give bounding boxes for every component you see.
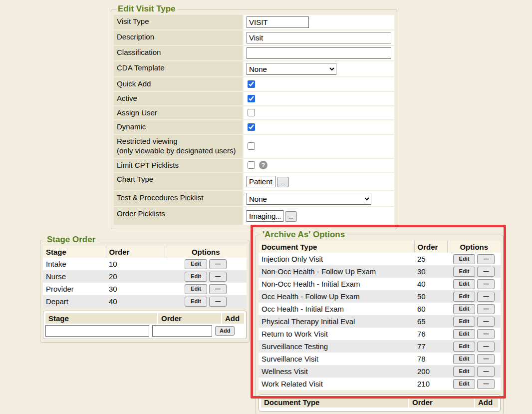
- document-type-cell: Injection Only Visit: [259, 253, 414, 265]
- assign-user-row: Assign User: [114, 106, 394, 120]
- table-row: Nurse 20 Edit—: [43, 270, 247, 283]
- order-cell: 210: [414, 378, 447, 390]
- table-row: Non-Occ Health - Follow Up Exam 30 Edit—: [259, 265, 501, 278]
- document-type-cell: Surveillance Testing: [259, 340, 414, 353]
- order-picklists-label: Order Picklists: [114, 207, 243, 225]
- archive-as-table: Document Type Order Options Injection On…: [259, 241, 501, 390]
- remove-button[interactable]: —: [209, 297, 227, 306]
- assign-user-checkbox[interactable]: [248, 109, 255, 116]
- classification-input[interactable]: [247, 47, 391, 59]
- visit-type-input[interactable]: [247, 16, 309, 28]
- document-type-cell: Occ Health - Follow Up Exam: [259, 290, 414, 303]
- order-cell: 40: [106, 295, 165, 308]
- chart-type-label: Chart Type: [114, 173, 243, 190]
- edit-button[interactable]: Edit: [185, 284, 207, 294]
- stage-cell: Intake: [43, 258, 106, 270]
- edit-button[interactable]: Edit: [453, 342, 476, 351]
- order-cell: 200: [414, 365, 447, 378]
- edit-button[interactable]: Edit: [185, 259, 207, 269]
- order-cell: 76: [414, 328, 447, 340]
- remove-button[interactable]: —: [477, 342, 495, 351]
- remove-button[interactable]: —: [477, 317, 495, 326]
- document-type-cell: Occ Health - Initial Exam: [259, 303, 414, 315]
- order-cell: 65: [414, 315, 447, 328]
- limit-cpt-checkbox[interactable]: [248, 161, 255, 169]
- archive-as-options-title: 'Archive As' Options: [261, 230, 347, 240]
- classification-row: Classification: [114, 46, 394, 60]
- chart-type-browse-button[interactable]: ...: [277, 177, 289, 187]
- description-row: Description: [114, 30, 394, 45]
- archive-as-options-panel: 'Archive As' Options Document Type Order…: [256, 230, 504, 414]
- document-type-cell: Non-Occ Health - Follow Up Exam: [259, 265, 414, 278]
- edit-button[interactable]: Edit: [185, 272, 207, 281]
- order-cell: 25: [414, 253, 447, 265]
- document-type-cell: Surveillance Visit: [259, 353, 414, 365]
- remove-button[interactable]: —: [209, 272, 227, 281]
- remove-button[interactable]: —: [477, 279, 495, 289]
- document-type-cell: Wellness Visit: [259, 365, 414, 378]
- add-stage-header: Stage: [45, 313, 157, 324]
- edit-button[interactable]: Edit: [185, 297, 207, 306]
- limit-cpt-row: Limit CPT Picklists ?: [114, 159, 394, 172]
- order-cell: 77: [414, 340, 447, 353]
- test-procedures-row: Test & Procedures Picklist None: [114, 191, 394, 206]
- add-order-input[interactable]: [152, 325, 212, 337]
- remove-button[interactable]: —: [209, 259, 227, 269]
- stage-cell: Nurse: [43, 270, 106, 283]
- remove-button[interactable]: —: [477, 329, 495, 339]
- quick-add-checkbox[interactable]: [248, 80, 255, 88]
- stage-add-box: Stage Order Add Add: [43, 311, 247, 339]
- remove-button[interactable]: —: [477, 292, 495, 301]
- description-label: Description: [114, 30, 243, 45]
- edit-button[interactable]: Edit: [453, 354, 476, 364]
- remove-button[interactable]: —: [477, 254, 495, 264]
- remove-button[interactable]: —: [477, 304, 495, 314]
- edit-button[interactable]: Edit: [453, 279, 476, 289]
- chart-type-input[interactable]: [247, 176, 275, 187]
- test-procedures-label: Test & Procedures Picklist: [114, 191, 243, 206]
- stage-order-table: Stage Order Options Intake 10 Edit— Nurs…: [43, 246, 247, 308]
- stage-order-title: Stage Order: [45, 235, 97, 245]
- edit-button[interactable]: Edit: [453, 329, 476, 339]
- dynamic-checkbox[interactable]: [248, 123, 255, 131]
- edit-visit-type-title: Edit Visit Type: [116, 4, 178, 14]
- edit-button[interactable]: Edit: [453, 254, 476, 264]
- table-row: Occ Health - Follow Up Exam 50 Edit—: [259, 290, 501, 303]
- add-stage-input[interactable]: [45, 325, 149, 337]
- add-add-header: Add: [475, 397, 498, 408]
- order-picklists-input[interactable]: [247, 210, 283, 222]
- remove-button[interactable]: —: [477, 379, 495, 389]
- restricted-viewing-checkbox[interactable]: [248, 142, 255, 150]
- restricted-viewing-row: Restricted viewing (only viewable by des…: [114, 135, 394, 158]
- add-add-header: Add: [222, 313, 244, 324]
- document-type-cell: Physical Therapy Initial Eval: [259, 315, 414, 328]
- stage-cell: Depart: [43, 295, 106, 308]
- restricted-viewing-sublabel: (only viewable by designated users): [117, 146, 240, 156]
- table-row: Wellness Visit 200 Edit—: [259, 365, 501, 378]
- remove-button[interactable]: —: [477, 354, 495, 364]
- order-cell: 50: [414, 290, 447, 303]
- table-row: Return to Work Visit 76 Edit—: [259, 328, 501, 340]
- add-button[interactable]: Add: [215, 326, 235, 336]
- stage-cell: Provider: [43, 283, 106, 295]
- remove-button[interactable]: —: [477, 367, 495, 376]
- test-procedures-select[interactable]: None: [247, 193, 371, 205]
- active-checkbox[interactable]: [248, 95, 255, 102]
- edit-button[interactable]: Edit: [453, 304, 476, 314]
- description-input[interactable]: [247, 32, 391, 43]
- edit-button[interactable]: Edit: [453, 292, 476, 301]
- dynamic-label: Dynamic: [114, 120, 243, 134]
- edit-button[interactable]: Edit: [453, 267, 476, 276]
- edit-button[interactable]: Edit: [453, 317, 476, 326]
- edit-button[interactable]: Edit: [453, 367, 476, 376]
- order-picklists-browse-button[interactable]: ...: [285, 211, 297, 222]
- stage-column-header: Stage: [43, 246, 106, 258]
- edit-button[interactable]: Edit: [453, 379, 476, 389]
- table-row: Non-Occ Health - Initial Exam 40 Edit—: [259, 278, 501, 290]
- remove-button[interactable]: —: [477, 267, 495, 276]
- quick-add-row: Quick Add: [114, 77, 394, 91]
- cda-template-select[interactable]: None: [247, 63, 336, 75]
- remove-button[interactable]: —: [209, 284, 227, 294]
- help-icon[interactable]: ?: [259, 161, 267, 169]
- add-order-header: Order: [158, 313, 221, 324]
